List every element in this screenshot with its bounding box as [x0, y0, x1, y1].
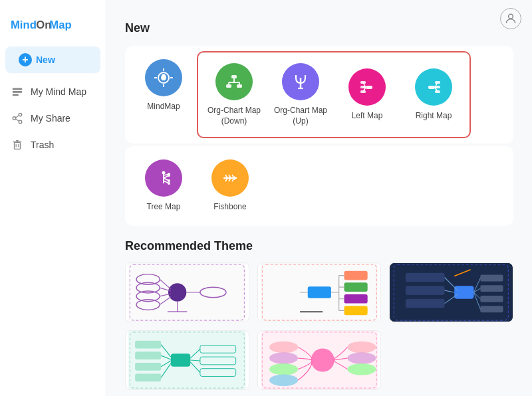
- mindmap-label: MindMap: [147, 102, 180, 112]
- left-map-label: Left Map: [352, 111, 383, 122]
- org-chart-down-label: Org-Chart Map(Down): [207, 106, 261, 126]
- svg-rect-81: [344, 282, 367, 292]
- svg-rect-82: [344, 294, 367, 304]
- svg-point-53: [168, 179, 170, 182]
- svg-point-132: [269, 363, 298, 375]
- svg-rect-96: [406, 286, 445, 295]
- tree-map-label: Tree Map: [147, 202, 181, 213]
- svg-point-52: [168, 174, 170, 177]
- svg-marker-56: [234, 176, 237, 180]
- svg-point-133: [269, 374, 298, 386]
- svg-rect-21: [226, 84, 231, 88]
- svg-rect-4: [13, 91, 22, 93]
- sidebar-item-trash-label: Trash: [31, 140, 54, 150]
- map-item-org-chart-down[interactable]: Org-Chart Map(Down): [201, 55, 267, 134]
- svg-rect-80: [344, 271, 367, 280]
- theme-grid: [125, 262, 513, 390]
- svg-point-64: [168, 283, 186, 301]
- svg-rect-5: [13, 94, 19, 96]
- svg-rect-104: [481, 306, 503, 312]
- new-section-title: New: [125, 21, 513, 35]
- svg-rect-11: [15, 142, 21, 149]
- svg-point-134: [347, 341, 376, 353]
- map-item-right-map[interactable]: Right Map: [400, 55, 467, 134]
- sidebar-item-my-share[interactable]: My Share: [0, 105, 106, 132]
- svg-rect-94: [455, 286, 474, 299]
- theme-card-2[interactable]: [257, 262, 382, 322]
- svg-rect-20: [231, 75, 237, 78]
- sidebar-item-my-share-label: My Share: [31, 113, 70, 124]
- svg-rect-22: [237, 84, 242, 88]
- my-mind-map-icon: [11, 85, 24, 98]
- map-item-left-map[interactable]: Left Map: [334, 55, 400, 134]
- fishbone-icon: [211, 159, 249, 197]
- svg-point-131: [269, 352, 298, 364]
- svg-rect-38: [428, 86, 435, 89]
- svg-rect-103: [481, 296, 503, 302]
- sidebar: Mind On Map + New My Mind Map My Share T…: [0, 0, 106, 396]
- org-chart-down-icon: [215, 63, 253, 100]
- new-label: New: [36, 54, 55, 65]
- svg-point-8: [13, 117, 16, 120]
- svg-line-10: [16, 119, 19, 121]
- sidebar-item-my-mind-map[interactable]: My Mind Map: [0, 78, 106, 105]
- svg-point-16: [509, 14, 513, 19]
- theme-card-4[interactable]: [125, 330, 249, 390]
- svg-point-7: [19, 120, 22, 124]
- svg-point-136: [347, 363, 376, 375]
- svg-rect-112: [171, 353, 190, 367]
- extra-maps-row: Tree Map Fishb: [125, 146, 513, 226]
- svg-text:Mind: Mind: [11, 19, 37, 31]
- my-share-icon: [11, 112, 24, 125]
- svg-rect-79: [307, 286, 331, 298]
- theme-card-1[interactable]: [125, 262, 249, 322]
- svg-rect-102: [481, 285, 503, 292]
- svg-rect-118: [200, 357, 236, 365]
- svg-rect-19: [162, 79, 165, 80]
- map-item-org-chart-up[interactable]: Org-Chart Map (Up): [267, 55, 334, 134]
- mindmap-icon: [145, 59, 182, 96]
- sidebar-item-my-mind-map-label: My Mind Map: [31, 86, 86, 97]
- right-map-icon: [415, 68, 452, 106]
- tree-map-icon: [145, 159, 182, 197]
- svg-rect-101: [481, 274, 503, 281]
- left-map-icon: [348, 68, 386, 106]
- svg-line-9: [16, 116, 19, 118]
- svg-rect-31: [366, 86, 372, 89]
- svg-text:Map: Map: [49, 19, 71, 31]
- fishbone-label: Fishbone: [213, 202, 246, 213]
- map-item-mindmap[interactable]: MindMap: [130, 51, 197, 120]
- main-content: New MindMap: [106, 0, 532, 396]
- svg-rect-3: [13, 88, 22, 90]
- recommended-theme-section: Recommended Theme: [125, 239, 513, 390]
- svg-rect-113: [135, 340, 161, 348]
- map-item-fishbone[interactable]: Fishbone: [197, 151, 263, 221]
- svg-point-50: [162, 171, 166, 175]
- svg-point-129: [311, 348, 334, 371]
- svg-rect-117: [200, 345, 236, 353]
- map-item-tree-map[interactable]: Tree Map: [130, 151, 197, 221]
- user-avatar[interactable]: [500, 8, 521, 29]
- svg-point-130: [269, 341, 298, 353]
- svg-point-54: [168, 182, 170, 185]
- new-button[interactable]: + New: [5, 47, 100, 73]
- svg-rect-114: [135, 351, 161, 359]
- recommended-theme-title: Recommended Theme: [125, 239, 513, 253]
- theme-card-5[interactable]: [257, 330, 382, 390]
- logo: Mind On Map: [0, 7, 106, 47]
- svg-point-6: [19, 113, 22, 116]
- svg-rect-95: [406, 272, 445, 282]
- svg-rect-119: [200, 368, 236, 376]
- org-chart-up-icon: [282, 63, 319, 100]
- svg-rect-97: [406, 299, 445, 308]
- right-map-label: Right Map: [416, 111, 452, 122]
- svg-rect-116: [135, 373, 161, 381]
- theme-card-3[interactable]: [389, 262, 513, 322]
- new-plus-icon: +: [19, 53, 32, 66]
- svg-rect-115: [135, 363, 161, 371]
- trash-icon: [11, 138, 24, 151]
- org-chart-up-label: Org-Chart Map (Up): [273, 106, 329, 126]
- sidebar-item-trash[interactable]: Trash: [0, 132, 106, 158]
- highlighted-maps-group: Org-Chart Map(Down) Org-Chart Map (Up): [197, 51, 471, 138]
- svg-point-135: [347, 352, 376, 364]
